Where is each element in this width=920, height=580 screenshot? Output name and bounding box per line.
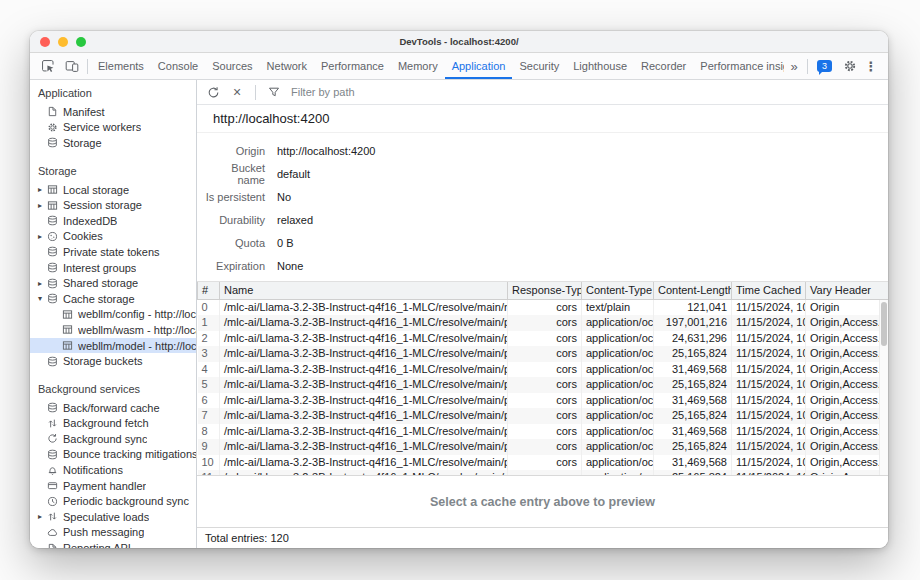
- status-bar: Total entries: 120: [197, 527, 888, 548]
- table-row[interactable]: 2 /mlc-ai/Llama-3.2-3B-Instruct-q4f16_1-…: [198, 331, 889, 347]
- table-icon: [60, 340, 74, 351]
- cell-response-type: cors: [508, 439, 582, 455]
- sidebar-item-payment-handler[interactable]: Payment handler: [30, 478, 196, 494]
- expander-icon[interactable]: [35, 294, 45, 303]
- section-title: Application: [30, 82, 196, 104]
- sidebar-item-bounce-tracking-mitigations[interactable]: Bounce tracking mitigations: [30, 447, 196, 463]
- sidebar-item-label: Interest groups: [63, 262, 136, 274]
- sidebar-item-background-sync[interactable]: Background sync: [30, 431, 196, 447]
- tab-console[interactable]: Console: [151, 53, 205, 79]
- tab-performance-insights[interactable]: Performance insights: [693, 53, 784, 79]
- cell-index: 0: [198, 299, 220, 315]
- minimize-button[interactable]: [58, 37, 68, 47]
- filter-funnel-icon: [265, 86, 283, 98]
- sidebar-item-periodic-background-sync[interactable]: Periodic background sync: [30, 493, 196, 509]
- column-header[interactable]: Content-Length: [654, 282, 732, 299]
- tab-lighthouse[interactable]: Lighthouse: [566, 53, 634, 79]
- traffic-lights: [40, 31, 86, 52]
- gear-icon[interactable]: [838, 59, 862, 73]
- table-row[interactable]: 8 /mlc-ai/Llama-3.2-3B-Instruct-q4f16_1-…: [198, 424, 889, 440]
- table-row[interactable]: 6 /mlc-ai/Llama-3.2-3B-Instruct-q4f16_1-…: [198, 393, 889, 409]
- more-tabs-icon[interactable]: »: [784, 59, 804, 74]
- expander-icon[interactable]: [35, 201, 45, 210]
- sidebar-item-notifications[interactable]: Notifications: [30, 462, 196, 478]
- sidebar-item-label: Shared storage: [63, 277, 138, 289]
- column-header[interactable]: Response-Type: [508, 282, 582, 299]
- cell-content-length: 25,165,824: [654, 377, 732, 393]
- cell-vary-header: Origin,Access...: [806, 439, 889, 455]
- column-header[interactable]: Content-Type: [582, 282, 654, 299]
- cell-time-cached: 11/15/2024, 10...: [732, 408, 806, 424]
- table-icon: [45, 184, 59, 195]
- table-row[interactable]: 7 /mlc-ai/Llama-3.2-3B-Instruct-q4f16_1-…: [198, 408, 889, 424]
- sidebar-item-interest-groups[interactable]: Interest groups: [30, 260, 196, 276]
- tab-sources[interactable]: Sources: [205, 53, 259, 79]
- table-row[interactable]: 10 /mlc-ai/Llama-3.2-3B-Instruct-q4f16_1…: [198, 455, 889, 471]
- sidebar-item-label: Storage: [63, 137, 102, 149]
- expander-icon[interactable]: [35, 185, 45, 194]
- refresh-icon[interactable]: [204, 86, 222, 99]
- sidebar-item-label: Private state tokens: [63, 246, 160, 258]
- column-header[interactable]: #: [198, 282, 220, 299]
- sidebar-item-storage-buckets[interactable]: Storage buckets: [30, 353, 196, 369]
- sidebar-item-local-storage[interactable]: Local storage: [30, 182, 196, 198]
- table-row[interactable]: 9 /mlc-ai/Llama-3.2-3B-Instruct-q4f16_1-…: [198, 439, 889, 455]
- metadata-row-expiration: Expiration None: [205, 254, 888, 277]
- sidebar-item-background-fetch[interactable]: Background fetch: [30, 416, 196, 432]
- expander-icon[interactable]: [35, 232, 45, 241]
- sidebar-item-service-workers[interactable]: Service workers: [30, 120, 196, 136]
- expander-icon[interactable]: [35, 512, 45, 521]
- tab-recorder[interactable]: Recorder: [634, 53, 693, 79]
- issues-bubble-icon[interactable]: 3: [817, 60, 832, 72]
- arrows-icon: [45, 418, 59, 429]
- sidebar-item-webllm-config-http-loc[interactable]: webllm/config - http://loc...: [30, 307, 196, 323]
- sidebar-item-shared-storage[interactable]: Shared storage: [30, 275, 196, 291]
- sidebar-item-indexeddb[interactable]: IndexedDB: [30, 213, 196, 229]
- expander-icon[interactable]: [35, 279, 45, 288]
- kebab-menu-icon[interactable]: ⋮: [862, 59, 880, 74]
- sidebar-item-label: Background sync: [63, 433, 147, 445]
- scrollbar-thumb[interactable]: [881, 302, 887, 346]
- cell-vary-header: Origin,Access...: [806, 408, 889, 424]
- cell-name: /mlc-ai/Llama-3.2-3B-Instruct-q4f16_1-ML…: [220, 362, 508, 378]
- tab-elements[interactable]: Elements: [91, 53, 151, 79]
- sidebar-item-private-state-tokens[interactable]: Private state tokens: [30, 244, 196, 260]
- table-row[interactable]: 3 /mlc-ai/Llama-3.2-3B-Instruct-q4f16_1-…: [198, 346, 889, 362]
- tab-security[interactable]: Security: [512, 53, 566, 79]
- tab-performance[interactable]: Performance: [314, 53, 391, 79]
- database-icon: [45, 278, 59, 289]
- sidebar-item-storage[interactable]: Storage: [30, 135, 196, 151]
- sidebar-item-label: Storage buckets: [63, 355, 143, 367]
- column-header[interactable]: Time Cached: [732, 282, 806, 299]
- cache-metadata: Origin http://localhost:4200 Bucket name…: [197, 133, 888, 281]
- sidebar-item-speculative-loads[interactable]: Speculative loads: [30, 509, 196, 525]
- table-row[interactable]: 5 /mlc-ai/Llama-3.2-3B-Instruct-q4f16_1-…: [198, 377, 889, 393]
- table-header-row: #NameResponse-TypeContent-TypeContent-Le…: [198, 282, 889, 299]
- column-header[interactable]: Name: [220, 282, 508, 299]
- sidebar-item-cookies[interactable]: Cookies: [30, 229, 196, 245]
- sidebar-item-push-messaging[interactable]: Push messaging: [30, 525, 196, 541]
- inspect-icon[interactable]: [36, 53, 60, 79]
- filter-by-path-input[interactable]: [289, 85, 589, 99]
- sidebar-item-webllm-model-http-loc[interactable]: webllm/model - http://loc...: [30, 338, 196, 354]
- table-row[interactable]: 4 /mlc-ai/Llama-3.2-3B-Instruct-q4f16_1-…: [198, 362, 889, 378]
- tab-network[interactable]: Network: [260, 53, 314, 79]
- sidebar-item-back-forward-cache[interactable]: Back/forward cache: [30, 400, 196, 416]
- clear-icon[interactable]: [228, 85, 246, 99]
- cell-index: 9: [198, 439, 220, 455]
- column-header[interactable]: Vary Header: [806, 282, 889, 299]
- cell-content-type: application/oc...: [582, 439, 654, 455]
- zoom-button[interactable]: [76, 37, 86, 47]
- sidebar-item-reporting-api[interactable]: Reporting API: [30, 540, 196, 548]
- close-button[interactable]: [40, 37, 50, 47]
- device-toolbar-icon[interactable]: [60, 53, 84, 79]
- tab-application[interactable]: Application: [445, 53, 513, 79]
- tab-memory[interactable]: Memory: [391, 53, 445, 79]
- sidebar-item-webllm-wasm-http-loca[interactable]: webllm/wasm - http://loca...: [30, 322, 196, 338]
- sidebar-item-cache-storage[interactable]: Cache storage: [30, 291, 196, 307]
- table-row[interactable]: 1 /mlc-ai/Llama-3.2-3B-Instruct-q4f16_1-…: [198, 315, 889, 331]
- table-row[interactable]: 0 /mlc-ai/Llama-3.2-3B-Instruct-q4f16_1-…: [198, 299, 889, 315]
- table-row[interactable]: 11 /mlc-ai/Llama-3.2-3B-Instruct-q4f16_1…: [198, 470, 889, 475]
- sidebar-item-manifest[interactable]: Manifest: [30, 104, 196, 120]
- sidebar-item-session-storage[interactable]: Session storage: [30, 197, 196, 213]
